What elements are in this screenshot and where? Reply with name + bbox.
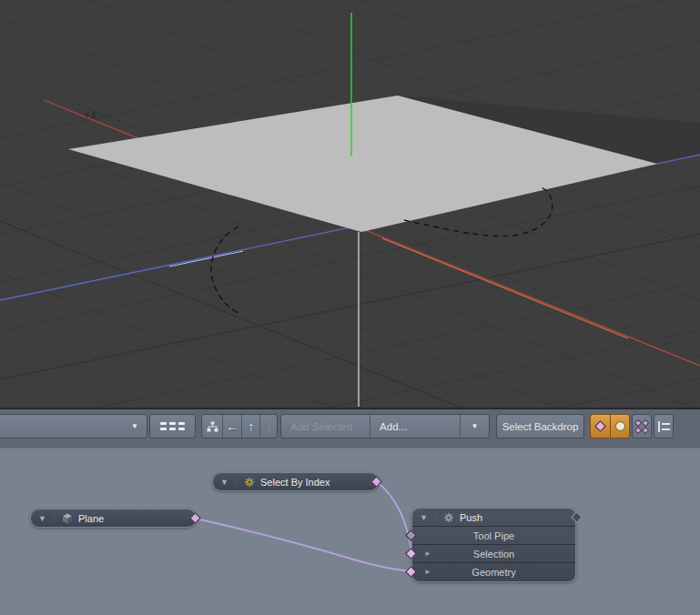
chevron-down-icon: ▼ xyxy=(472,423,479,430)
row-label: Selection xyxy=(473,549,514,560)
add-label: Add... xyxy=(380,421,407,432)
row-label: Geometry xyxy=(472,567,515,578)
add-button[interactable]: Add... xyxy=(370,415,461,438)
gear-icon xyxy=(443,512,454,523)
node-title: Push xyxy=(460,512,482,523)
add-dropdown-button[interactable]: ▼ xyxy=(461,415,489,438)
chevron-down-icon: ▼ xyxy=(131,423,138,430)
display-toggle-group xyxy=(590,414,674,439)
tree-view-button[interactable] xyxy=(202,415,223,438)
nav-back-button[interactable]: ← xyxy=(223,415,242,438)
add-selected-label: Add Selected xyxy=(290,421,352,432)
schematic-toolbar: ▼ ← ↑ ↓ xyxy=(0,408,700,449)
add-button-group: Add Selected Add... ▼ xyxy=(280,414,490,439)
3d-viewport[interactable]: +X xyxy=(0,0,700,408)
wire-selectbyindex-to-push-selection[interactable] xyxy=(377,482,411,552)
wire-plane-to-push-geometry[interactable] xyxy=(196,519,411,571)
arrow-left-icon: ← xyxy=(226,419,238,434)
nav-up-button[interactable]: ↑ xyxy=(242,415,261,438)
mesh-item-icon xyxy=(62,513,73,524)
expand-arrow-icon[interactable]: ► xyxy=(424,549,431,558)
push-row-geometry: ► Geometry xyxy=(412,562,575,580)
axis-label-x: +X xyxy=(84,109,97,122)
backdrop-lines-icon xyxy=(658,421,670,432)
add-selected-button[interactable]: Add Selected xyxy=(281,415,370,438)
gear-icon xyxy=(244,477,255,488)
schematic-node-view[interactable]: ▼ Select By Index xyxy=(0,449,700,615)
show-connectors-toggle[interactable] xyxy=(590,414,610,439)
node-plane[interactable]: ▼ Plane xyxy=(30,509,197,528)
arrow-down-icon: ↓ xyxy=(266,419,272,434)
select-backdrop-button[interactable]: Select Backdrop xyxy=(496,414,584,439)
app-window: +X ▼ ← ↑ xyxy=(0,0,700,615)
four-diamonds-icon xyxy=(635,420,648,433)
diamond-toggle-icon xyxy=(594,420,606,432)
show-channels-toggle[interactable] xyxy=(632,414,652,439)
layout-grid-button[interactable] xyxy=(149,414,196,439)
collapse-arrow-icon[interactable]: ▼ xyxy=(412,513,436,522)
select-backdrop-label: Select Backdrop xyxy=(502,421,579,432)
show-thumbnails-toggle[interactable] xyxy=(610,414,630,439)
circle-toggle-icon xyxy=(615,421,625,431)
push-row-selection: ► Selection xyxy=(412,544,575,562)
nav-down-button[interactable]: ↓ xyxy=(260,415,277,438)
node-title: Select By Index xyxy=(260,477,330,488)
node-push[interactable]: ▼ Push Tool Pipe xyxy=(411,508,576,582)
collapse-arrow-icon[interactable]: ▼ xyxy=(213,478,237,487)
node-title: Plane xyxy=(78,513,104,524)
expand-arrow-icon[interactable]: ► xyxy=(424,568,431,576)
push-row-tool-pipe: Tool Pipe xyxy=(412,526,575,544)
preset-combo[interactable]: ▼ xyxy=(0,414,147,439)
hierarchy-nav-group: ← ↑ ↓ xyxy=(201,414,278,439)
arrow-up-icon: ↑ xyxy=(248,419,254,434)
node-select-by-index[interactable]: ▼ Select By Index xyxy=(212,472,379,491)
tree-icon xyxy=(207,421,218,432)
grid-layout-icon xyxy=(160,422,185,430)
collapse-arrow-icon[interactable]: ▼ xyxy=(31,514,55,523)
row-label: Tool Pipe xyxy=(473,530,514,541)
show-backdrop-toggle[interactable] xyxy=(654,414,674,439)
